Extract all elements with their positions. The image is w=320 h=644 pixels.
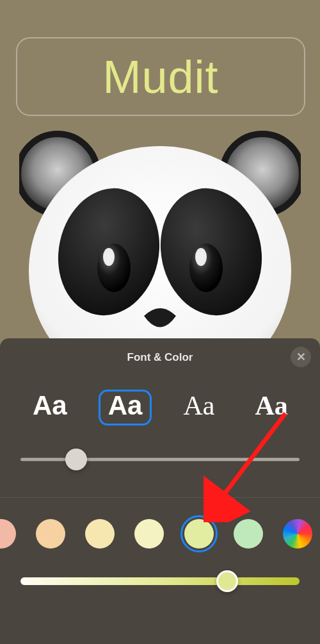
- color-swatch-5[interactable]: [234, 519, 263, 549]
- font-option-3[interactable]: Aa: [246, 390, 296, 425]
- color-swatch-4[interactable]: [184, 519, 214, 549]
- color-swatch-row: [0, 498, 320, 549]
- color-swatch-1[interactable]: [36, 519, 65, 549]
- panel-title: Font & Color: [0, 338, 320, 364]
- svg-point-7: [103, 248, 115, 266]
- font-size-thumb[interactable]: [65, 449, 87, 470]
- contact-name-field[interactable]: Mudit: [16, 37, 305, 116]
- font-option-1[interactable]: Aa: [99, 390, 152, 425]
- svg-point-6: [189, 244, 223, 292]
- font-option-0[interactable]: Aa: [24, 390, 76, 425]
- svg-point-8: [195, 248, 207, 266]
- color-brightness-slider[interactable]: [20, 574, 300, 588]
- close-icon: ✕: [296, 351, 306, 363]
- color-brightness-track: [20, 577, 300, 585]
- color-swatch-0[interactable]: [0, 519, 16, 549]
- svg-point-5: [97, 244, 131, 292]
- color-brightness-thumb[interactable]: [216, 570, 238, 592]
- font-color-panel: Font & Color ✕ Aa Aa Aa Aa: [0, 338, 320, 644]
- font-option-2[interactable]: Aa: [174, 390, 223, 425]
- contact-name-text: Mudit: [102, 51, 218, 103]
- font-picker-row: Aa Aa Aa Aa: [0, 364, 320, 425]
- color-swatch-3[interactable]: [134, 519, 164, 549]
- color-picker-button[interactable]: [283, 519, 312, 549]
- font-size-track: [20, 458, 300, 461]
- color-swatch-2[interactable]: [85, 519, 115, 549]
- font-size-slider[interactable]: [20, 452, 300, 466]
- close-button[interactable]: ✕: [291, 347, 311, 367]
